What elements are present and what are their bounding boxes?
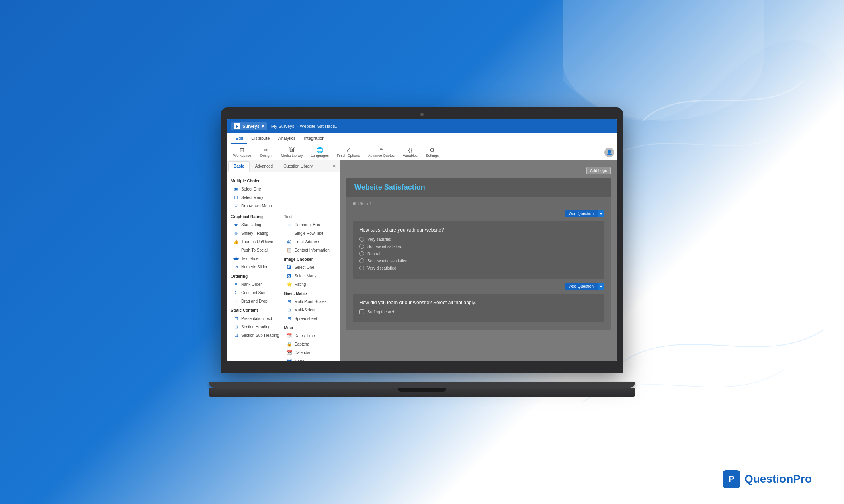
add-question-button-top[interactable]: Add Question: [565, 210, 598, 217]
tab-analytics[interactable]: Analytics: [274, 133, 299, 144]
laptop-body: P Surveys ▾ My Surveys › Website Satisfa…: [221, 107, 623, 373]
section-text-title: Text: [284, 215, 336, 219]
breadcrumb: My Surveys › Website Satisfacti...: [271, 124, 339, 129]
toolbar-media-library[interactable]: 🖼 Media Library: [278, 146, 306, 158]
toolbar-languages[interactable]: 🌐 Languages: [307, 146, 332, 158]
item-constant-sum[interactable]: Σ Constant Sum: [231, 289, 283, 297]
add-question-button-bottom[interactable]: Add Question: [565, 283, 598, 290]
option-radio[interactable]: [359, 237, 364, 242]
workspace-label: Workspace: [233, 154, 251, 158]
toolbar: ⊞ Workspace ✏ Design 🖼 Media Library 🌐 L…: [227, 144, 617, 160]
expand-icon[interactable]: ⊞: [353, 201, 356, 206]
item-section-heading[interactable]: ⊡ Section Heading: [231, 323, 283, 331]
left-panel: Basic Advanced Question Library ✕ Multip…: [227, 160, 340, 361]
rank-order-label: Rank Order: [241, 282, 262, 287]
user-avatar[interactable]: 👤: [604, 148, 614, 157]
constant-sum-icon: Σ: [233, 290, 239, 295]
star-rating-icon: ★: [233, 222, 239, 227]
panel-close-button[interactable]: ✕: [330, 162, 338, 170]
toolbar-finish-options[interactable]: ✓ Finish Options: [334, 146, 363, 158]
item-thumbs-updown[interactable]: 👍 Thumbs Up/Down: [231, 238, 283, 246]
survey-area: Add Logo Website Satisfaction ⊞ Block 1 …: [340, 160, 617, 361]
option-row: Somewhat satisfied: [359, 244, 598, 249]
item-multi-select[interactable]: ⊞ Multi-Select: [284, 306, 336, 314]
main-content: Basic Advanced Question Library ✕ Multip…: [227, 160, 617, 361]
item-comment-box[interactable]: ☰ Comment Box: [284, 221, 336, 229]
item-image-select-one[interactable]: 🖼 Select One: [284, 263, 336, 271]
panel-tab-basic[interactable]: Basic: [228, 161, 250, 172]
add-logo-button[interactable]: Add Logo: [586, 167, 611, 174]
tab-integration[interactable]: Integration: [299, 133, 328, 144]
multi-point-scales-label: Multi-Point Scales: [295, 299, 327, 304]
email-address-label: Email Address: [295, 240, 320, 244]
item-rank-order[interactable]: ≡ Rank Order: [231, 280, 283, 288]
image-rating-label: Rating: [295, 282, 306, 287]
item-push-to-social[interactable]: ↑ Push To Social: [231, 246, 283, 254]
add-question-dropdown-top[interactable]: ▾: [598, 210, 604, 217]
item-presentation-text[interactable]: ⊡ Presentation Text: [231, 314, 283, 322]
item-text-slider[interactable]: ◀▶ Text Slider: [231, 254, 283, 262]
tab-distribute[interactable]: Distribute: [247, 133, 274, 144]
question-text-1: How satisfied are you with our website?: [359, 227, 598, 233]
item-dropdown-menu[interactable]: ▽ Drop-down Menu: [231, 202, 336, 210]
item-image-select-many[interactable]: 🖼 Select Many: [284, 272, 336, 280]
item-single-row-text[interactable]: — Single Row Text: [284, 229, 336, 237]
item-numeric-slider[interactable]: ⊿ Numeric Slider: [231, 263, 283, 271]
text-slider-icon: ◀▶: [233, 256, 239, 261]
numeric-slider-label: Numeric Slider: [241, 265, 268, 269]
item-maps[interactable]: 🗺 Maps: [284, 357, 336, 361]
item-select-one[interactable]: ◉ Select One: [231, 185, 336, 193]
option-row: Neutral: [359, 251, 598, 256]
brand-logo-icon: P: [723, 470, 740, 488]
thumbs-updown-label: Thumbs Up/Down: [241, 240, 273, 244]
constant-sum-label: Constant Sum: [241, 291, 266, 295]
option-label: Somewhat dissatisfied: [367, 259, 408, 263]
item-multi-point-scales[interactable]: ⊞ Multi-Point Scales: [284, 297, 336, 305]
comment-box-label: Comment Box: [295, 223, 320, 227]
item-section-sub-heading[interactable]: ⊡ Section Sub-Heading: [231, 331, 283, 339]
questionpro-icon: P: [234, 123, 240, 129]
option-radio[interactable]: [359, 251, 364, 256]
option-radio[interactable]: [359, 266, 364, 270]
item-contact-info[interactable]: 📋 Contact Information: [284, 246, 336, 254]
option-checkbox[interactable]: [359, 309, 364, 314]
tab-edit[interactable]: Edit: [231, 133, 247, 144]
item-smiley-rating[interactable]: ☺ Smiley - Rating: [231, 229, 283, 237]
item-captcha[interactable]: 🔒 Captcha: [284, 340, 336, 348]
option-row-checkbox: Surfing the web: [359, 309, 598, 314]
add-question-group-top: Add Question ▾: [353, 210, 604, 217]
breadcrumb-sep: ›: [296, 124, 298, 129]
toolbar-settings[interactable]: ⚙ Settings: [422, 146, 442, 158]
breadcrumb-home[interactable]: My Surveys: [271, 124, 294, 129]
item-calendar[interactable]: 📆 Calendar: [284, 348, 336, 356]
brand-name-question: Question: [744, 473, 793, 485]
block-label: Block 1: [358, 201, 372, 206]
item-spreadsheet[interactable]: ⊞ Spreadsheet: [284, 314, 336, 322]
panel-tab-question-library[interactable]: Question Library: [279, 161, 318, 172]
multi-select-label: Multi-Select: [295, 308, 315, 312]
image-select-one-icon: 🖼: [287, 264, 292, 270]
maps-label: Maps: [295, 359, 304, 361]
option-radio[interactable]: [359, 244, 364, 249]
item-email-address[interactable]: @ Email Address: [284, 238, 336, 246]
option-radio[interactable]: [359, 258, 364, 263]
star-rating-label: Star Rating: [241, 223, 261, 227]
add-question-dropdown-bottom[interactable]: ▾: [598, 283, 604, 290]
block-header: ⊞ Block 1: [353, 201, 604, 206]
panel-tab-advanced[interactable]: Advanced: [250, 161, 278, 172]
section-graphical-rating-title: Graphical Rating: [231, 215, 283, 219]
design-icon: ✏: [264, 147, 268, 153]
item-select-many[interactable]: ☑ Select Many: [231, 193, 336, 201]
toolbar-advance-quotes[interactable]: ❝ Advance Quotes: [365, 146, 398, 158]
item-star-rating[interactable]: ★ Star Rating: [231, 221, 283, 229]
surveys-menu-button[interactable]: P Surveys ▾: [231, 122, 267, 130]
drag-and-drop-label: Drag and Drop: [241, 299, 268, 303]
item-date-time[interactable]: 📅 Date / Time: [284, 332, 336, 340]
item-drag-and-drop[interactable]: ⊹ Drag and Drop: [231, 297, 283, 305]
languages-label: Languages: [311, 154, 329, 158]
panel-scroll: Multiple Choice ◉ Select One ☑ Select Ma…: [227, 172, 340, 361]
toolbar-variables[interactable]: {} Variables: [399, 146, 421, 158]
item-image-rating[interactable]: ⭐ Rating: [284, 280, 336, 288]
toolbar-workspace[interactable]: ⊞ Workspace: [230, 146, 254, 158]
toolbar-design[interactable]: ✏ Design: [256, 146, 276, 158]
